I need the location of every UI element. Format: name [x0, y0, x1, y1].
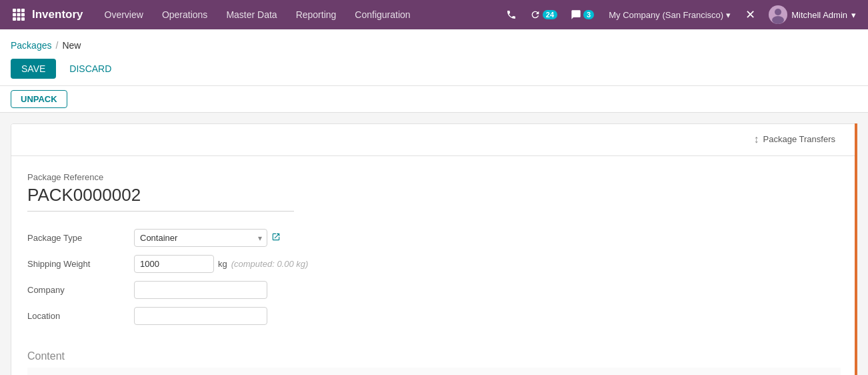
company-value	[134, 277, 841, 303]
shipping-weight-input[interactable]	[134, 255, 214, 273]
tab-package-transfers-label: Package Transfers	[763, 134, 835, 144]
shipping-weight-label: Shipping Weight	[27, 251, 134, 277]
breadcrumb: Packages / New	[11, 35, 857, 55]
content-table: Product Lot/Serial Number Quantity	[27, 368, 841, 375]
page-header: Packages / New SAVE DISCARD	[0, 29, 868, 86]
toolbar: UNPACK	[0, 86, 868, 113]
company-name: My Company (San Francisco)	[609, 10, 723, 20]
form-card-wrapper: ↕ Package Transfers Package Reference PA…	[11, 123, 857, 375]
phone-button[interactable]	[502, 7, 521, 23]
refresh-button[interactable]: 24	[526, 7, 561, 23]
nav-operations[interactable]: Operations	[154, 5, 215, 24]
shipping-weight-value: kg (computed: 0.00 kg)	[134, 251, 841, 277]
nav-master-data[interactable]: Master Data	[218, 5, 285, 24]
package-type-label: Package Type	[27, 225, 134, 251]
form-body: Package Reference PACK0000002 Package Ty…	[11, 156, 857, 329]
svg-rect-1	[17, 9, 21, 12]
package-type-value: Container Box Pallet	[134, 225, 841, 251]
shipping-weight-computed: (computed: 0.00 kg)	[231, 259, 309, 269]
right-accent-bar	[855, 123, 857, 375]
svg-rect-2	[21, 9, 25, 12]
breadcrumb-current: New	[62, 40, 81, 51]
breadcrumb-separator: /	[55, 40, 58, 51]
svg-point-10	[772, 16, 784, 24]
user-avatar	[769, 5, 787, 24]
discard-button[interactable]: DISCARD	[61, 59, 119, 79]
main-content: ↕ Package Transfers Package Reference PA…	[0, 113, 868, 375]
package-type-external-link[interactable]	[271, 232, 281, 244]
messages-button[interactable]: 3	[567, 7, 598, 23]
transfer-icon: ↕	[754, 133, 759, 145]
user-dropdown-icon: ▾	[851, 10, 856, 20]
action-bar: SAVE DISCARD	[11, 55, 857, 85]
package-ref-label: Package Reference	[27, 172, 841, 182]
company-input[interactable]	[134, 281, 267, 299]
svg-rect-8	[21, 17, 25, 21]
app-title: Inventory	[32, 8, 83, 21]
shipping-weight-unit: kg	[218, 259, 227, 269]
close-debug-button[interactable]: ✕	[741, 6, 759, 23]
user-name: Mitchell Admin	[791, 10, 847, 20]
company-selector[interactable]: My Company (San Francisco) ▾	[603, 7, 736, 23]
nav-reporting[interactable]: Reporting	[288, 5, 345, 24]
location-input[interactable]	[134, 307, 267, 325]
svg-rect-6	[13, 17, 16, 21]
tab-package-transfers[interactable]: ↕ Package Transfers	[743, 125, 846, 155]
content-title: Content	[27, 340, 841, 368]
user-menu[interactable]: Mitchell Admin ▾	[765, 3, 860, 27]
form-card: ↕ Package Transfers Package Reference PA…	[11, 123, 857, 375]
svg-rect-3	[13, 13, 16, 17]
package-type-select[interactable]: Container Box Pallet	[134, 229, 267, 247]
svg-rect-7	[17, 17, 21, 21]
fields-grid: Package Type Container Box Pallet	[27, 225, 841, 329]
company-label: Company	[27, 277, 134, 303]
svg-rect-5	[21, 13, 25, 17]
tab-row: ↕ Package Transfers	[11, 124, 857, 156]
location-label: Location	[27, 303, 134, 329]
location-value	[134, 303, 841, 329]
content-section: Content Product Lot/Serial Number Quanti…	[11, 340, 857, 375]
messages-badge: 3	[583, 10, 594, 19]
col-quantity: Quantity	[628, 368, 841, 375]
nav-right-section: 24 3 My Company (San Francisco) ▾ ✕ Mitc…	[502, 3, 860, 27]
col-lot-serial: Lot/Serial Number	[229, 368, 628, 375]
svg-rect-4	[17, 13, 21, 17]
package-ref-value[interactable]: PACK0000002	[27, 185, 294, 212]
refresh-badge: 24	[543, 10, 557, 19]
svg-point-9	[775, 9, 781, 15]
col-product: Product	[27, 368, 229, 375]
package-type-select-wrapper: Container Box Pallet	[134, 229, 267, 247]
save-button[interactable]: SAVE	[11, 59, 56, 79]
nav-menu: Overview Operations Master Data Reportin…	[97, 5, 499, 24]
table-header-row: Product Lot/Serial Number Quantity	[27, 368, 841, 375]
svg-rect-0	[13, 9, 16, 12]
top-navigation: Inventory Overview Operations Master Dat…	[0, 0, 868, 29]
breadcrumb-parent[interactable]: Packages	[11, 40, 51, 51]
apps-menu-button[interactable]	[8, 4, 29, 25]
nav-overview[interactable]: Overview	[97, 5, 151, 24]
unpack-button[interactable]: UNPACK	[11, 90, 67, 108]
nav-configuration[interactable]: Configuration	[347, 5, 418, 24]
company-dropdown-icon: ▾	[726, 10, 731, 20]
